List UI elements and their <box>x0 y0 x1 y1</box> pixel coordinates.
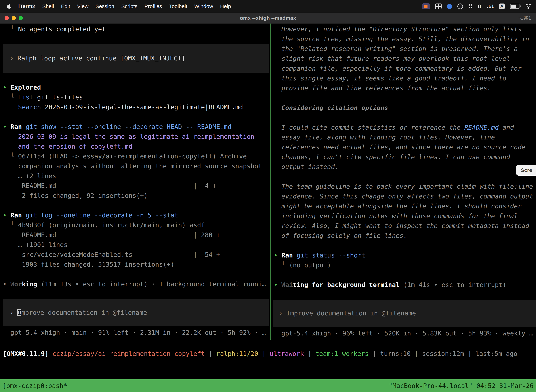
text-segment: companion file, especially if more comme… <box>274 65 522 72</box>
model-status-line: gpt-5.4 xhigh · 96% left · 520K in · 5.8… <box>274 328 536 338</box>
text-segment: 067f154 (HEAD -> essay/ai-reimplementati… <box>18 153 247 160</box>
text-segment: README.md <box>464 124 499 131</box>
text-segment: • <box>3 123 10 130</box>
battery-icon[interactable] <box>510 4 519 9</box>
text-segment: review. Also, I might want to inspect th… <box>274 222 529 229</box>
apple-menu-icon[interactable] <box>6 3 11 9</box>
terminal-line: README.md | 4 + <box>3 181 270 191</box>
text-segment: might be acceptable alongside the file l… <box>274 202 522 210</box>
text-segment: Search <box>18 103 41 111</box>
text-segment: No agents completed yet <box>18 25 106 33</box>
terminal-line <box>274 93 536 103</box>
terminal-line: README.md | 280 + <box>3 230 270 240</box>
keyboard-8-icon[interactable]: 8 <box>478 3 481 9</box>
window-shortcut-label: ⌥⌘1 <box>518 13 531 23</box>
text-segment: changes, I can't cite specific file line… <box>274 153 510 160</box>
menu-item-scripts[interactable]: Scripts <box>121 3 138 9</box>
text-segment: | <box>258 350 270 357</box>
blue-app-icon[interactable] <box>447 4 452 9</box>
text-segment: … +1901 lines <box>3 241 67 248</box>
menu-item-view[interactable]: View <box>77 3 88 9</box>
screen-recording-indicator[interactable] <box>422 3 430 9</box>
terminal-line: • Ran git status --short <box>274 250 536 260</box>
terminal-line: … +1901 lines <box>3 240 270 250</box>
menu-item-help[interactable]: Help <box>220 3 231 9</box>
text-segment: › <box>10 309 17 316</box>
menu-item-toolbelt[interactable]: Toolbelt <box>169 3 187 9</box>
text-segment: ralph:11/20 <box>216 350 258 357</box>
text-segment: I <box>17 309 21 316</box>
text-segment: and <box>499 124 514 131</box>
terminal-line: of focusing solely on file lines. <box>274 231 536 241</box>
terminal-line: the "Related research writing" section i… <box>274 44 536 54</box>
text-segment: the source tree, missing the essay. Stil… <box>274 35 529 42</box>
text-segment: (no output) <box>289 261 331 269</box>
text-segment: 2 files changed, 92 insertions(+) <box>3 192 148 199</box>
left-pane[interactable]: └ No agents completed yet › Ralph loop a… <box>0 23 270 340</box>
text-segment: the "Related research writing" section i… <box>274 45 518 52</box>
menu-item-shell[interactable]: Shell <box>42 3 54 9</box>
text-segment: king <box>22 280 37 288</box>
omx-status-bar: [OMX#0.11.9] cczip/essay/ai-reimplementa… <box>3 349 536 359</box>
terminal-line <box>274 241 536 250</box>
menu-bar-left: iTerm2 ShellEditViewSessionScriptsProfil… <box>0 3 231 9</box>
text-segment: gpt-5.4 xhigh · main · 91% left · 2.31M … <box>3 329 266 336</box>
terminal-line: • Working (11m 13s • esc to interrupt) ·… <box>3 279 270 289</box>
text-segment: mprove documentation in @filename <box>21 309 147 316</box>
menu-item-session[interactable]: Session <box>96 3 114 9</box>
terminal-line <box>3 112 270 122</box>
screen-share-overlay-button[interactable]: Scre <box>516 165 536 176</box>
terminal-line <box>274 290 536 300</box>
tmux-host-clock: "MacBook-Pro-44.local" 04:52 31-Mar-26 <box>389 382 534 389</box>
terminal-line: including verification notes with those … <box>274 211 536 221</box>
gauge-icon[interactable]: .61 <box>486 4 494 9</box>
text-segment: git ls-files <box>33 93 83 101</box>
text-segment: Ralph loop active continue [OMX_TMUX_INJ… <box>17 55 185 62</box>
menu-item-profiles[interactable]: Profiles <box>144 3 162 9</box>
terminal-line: Considering citation options <box>274 103 536 113</box>
text-segment: └ <box>3 25 18 33</box>
text-segment: output instead. <box>274 163 339 170</box>
text-segment <box>48 350 53 357</box>
terminal-line: references need actual files, and since … <box>274 142 536 152</box>
text-segment: I could cite commit statistics or refere… <box>274 124 464 131</box>
terminal-line: changes, I can't cite specific file line… <box>274 152 536 162</box>
prompt-input[interactable]: › Improve documentation in @filename <box>273 300 536 327</box>
text-segment: • <box>274 281 281 288</box>
text-segment: Considering citation options <box>274 104 388 111</box>
text-segment: 4b9d30f (origin/main, instructkr/main, m… <box>18 221 205 229</box>
text-segment: └ <box>3 153 18 160</box>
terminal-line <box>274 172 536 182</box>
window-grid-icon[interactable] <box>435 4 442 9</box>
text-segment: (11m 13s • esc to interrupt) · 1 backgro… <box>37 280 266 288</box>
terminal-line: and-the-erosion-of-copyleft.md <box>3 142 270 151</box>
dots-grid-icon[interactable]: ⠿ <box>468 3 473 10</box>
text-segment: git status --short <box>297 252 365 259</box>
text-segment: turns:10 <box>380 350 411 357</box>
text-segment: | <box>205 350 216 357</box>
wifi-icon[interactable] <box>525 4 532 9</box>
dark-app-icon[interactable] <box>457 4 463 9</box>
terminal-line: … +2 lines <box>3 171 270 181</box>
menu-item-edit[interactable]: Edit <box>61 3 70 9</box>
text-segment: 1903 files changed, 513517 insertions(+) <box>3 261 174 268</box>
terminal-line: └ No agents completed yet <box>3 24 270 34</box>
terminal-line: The team guideline is to back every impo… <box>274 182 536 191</box>
menu-item-window[interactable]: Window <box>194 3 213 9</box>
text-segment: Explored <box>10 84 41 91</box>
text-segment <box>22 212 26 219</box>
input-source-icon[interactable]: A <box>499 4 505 9</box>
text-segment: | <box>304 350 315 357</box>
terminal-line: • Ran git show --stat --oneline --decora… <box>3 122 270 132</box>
terminal-line: └ 4b9d30f (origin/main, instructkr/main,… <box>3 220 270 230</box>
window-title-bar: omx --xhigh --madmax ⌥⌘1 <box>0 13 536 24</box>
menu-app-name[interactable]: iTerm2 <box>18 3 35 9</box>
terminal-line: • Explored <box>3 83 270 92</box>
text-segment: | <box>464 350 475 357</box>
prompt-input[interactable]: › Improve documentation in @filename <box>3 299 269 326</box>
right-pane[interactable]: However, I noticed the "Directory Struct… <box>271 23 536 340</box>
text-segment: However, I noticed the "Directory Struct… <box>274 25 522 33</box>
text-segment: ting for background terminal <box>293 281 400 288</box>
text-segment: slight risk that future readers may over… <box>274 55 510 62</box>
terminal-line: • Waiting for background terminal (1m 41… <box>274 280 536 290</box>
